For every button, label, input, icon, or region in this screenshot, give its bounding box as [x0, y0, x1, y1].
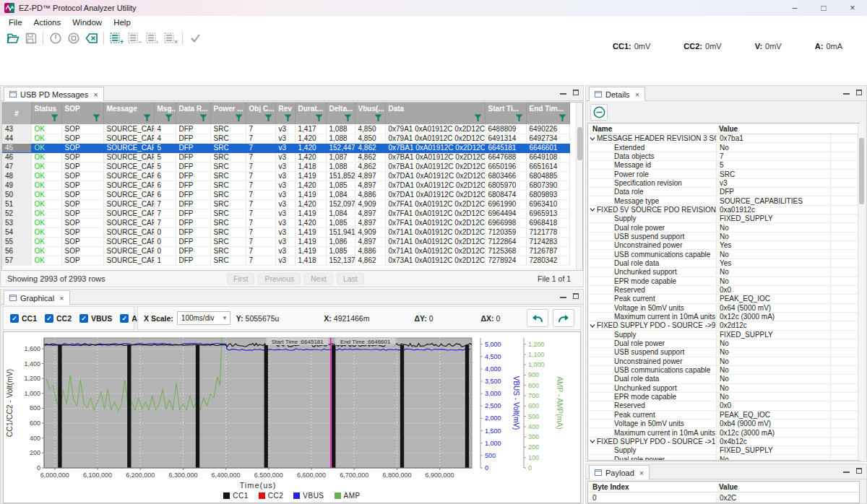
detail-row[interactable]: ExtendedNo — [588, 143, 859, 152]
column-filter[interactable] — [295, 114, 326, 124]
tab-details[interactable]: Details × — [589, 87, 645, 101]
message-row[interactable]: 57OKSOPSOURCE_CAPA...1DFPSRC7v31,418152,… — [2, 256, 569, 265]
message-row[interactable]: 43OKSOPSOURCE_CAPA...4DFPSRC7v31,4171,08… — [2, 124, 569, 134]
column-header[interactable]: Data — [385, 103, 485, 114]
column-filter[interactable] — [275, 114, 295, 124]
start-capture-button[interactable] — [46, 30, 64, 46]
stop-capture-button[interactable] — [64, 30, 82, 46]
chevron-down-icon[interactable] — [588, 438, 597, 444]
page-last-button[interactable]: Last — [337, 273, 364, 284]
column-filter[interactable] — [246, 114, 275, 124]
filter-funnel-icon[interactable] — [235, 114, 243, 122]
details-name-column-header[interactable]: Name — [588, 125, 716, 133]
filter-funnel-icon[interactable] — [143, 114, 151, 122]
message-row[interactable]: 55OKSOPSOURCE_CAPA...0DFPSRC7v31,4191,08… — [2, 237, 569, 246]
detail-row[interactable]: SupplyFIXED_SUPPLY — [588, 214, 859, 223]
detail-row[interactable]: Dual role dataNo — [588, 375, 859, 383]
filter-funnel-icon[interactable] — [558, 114, 566, 122]
column-filter[interactable] — [154, 114, 176, 124]
chevron-down-icon[interactable] — [588, 207, 597, 212]
detail-row[interactable]: Voltage in 50mV units0xb4 (9000 mV) — [588, 420, 859, 428]
message-row[interactable]: 44OKSOPSOURCE_CAPA...4DFPSRC7v31,4201,08… — [2, 134, 569, 143]
filter-funnel-icon[interactable] — [199, 114, 207, 122]
column-header[interactable]: Vbus(... — [355, 103, 385, 114]
column-header[interactable]: # — [2, 103, 31, 124]
tab-usb-pd-messages[interactable]: USB PD Messages × — [4, 87, 104, 101]
checkbox-checked-icon[interactable]: ✓ — [45, 314, 53, 323]
window-maximize-button[interactable]: □ — [809, 0, 838, 16]
column-header[interactable]: Delta... — [326, 103, 355, 114]
detail-row[interactable]: Unchunked supportNo — [588, 384, 859, 393]
detail-row[interactable]: Unconstrained powerYes — [588, 241, 859, 250]
message-row[interactable]: 49OKSOPSOURCE_CAPA...6DFPSRC7v31,4201,08… — [2, 181, 569, 190]
detail-row[interactable]: Unchunked supportNo — [588, 268, 859, 277]
remove-trace-button[interactable]: − — [125, 30, 143, 46]
panel-maximize-icon[interactable] — [573, 90, 579, 95]
tab-close-icon[interactable]: × — [635, 90, 639, 99]
detail-row[interactable]: Data roleDFP — [588, 188, 859, 196]
filter-funnel-icon[interactable] — [92, 114, 100, 122]
waveform-svg[interactable]: Start Time :6645181End Time :66466010200… — [4, 332, 579, 491]
column-header[interactable]: Power ... — [210, 103, 246, 114]
column-filter[interactable] — [61, 114, 103, 124]
detail-row[interactable]: USB communications capableNo — [588, 366, 859, 375]
clear-data-button[interactable] — [82, 30, 100, 46]
message-row[interactable]: 52OKSOPSOURCE_CAPA...7DFPSRC7v31,4191,08… — [2, 209, 569, 218]
collapse-all-button[interactable] — [590, 104, 608, 121]
details-scrollbar[interactable] — [858, 123, 864, 460]
column-header[interactable]: Obj C... — [246, 103, 275, 114]
details-scrollbar-thumb[interactable] — [859, 138, 864, 204]
detail-row[interactable]: Voltage in 50mV units0x64 (5000 mV) — [588, 304, 859, 313]
detail-row[interactable]: Maximum current in 10mA units0x12c (3000… — [588, 428, 859, 437]
detail-row[interactable]: Dual role powerNo — [588, 223, 859, 232]
detail-row[interactable]: FIXED SUPPLY PDO - SOURCE ->15000 mV, 30… — [588, 438, 859, 446]
panel-maximize-icon[interactable] — [856, 468, 862, 474]
column-filter[interactable] — [176, 114, 210, 124]
export-trace-button[interactable]: › — [143, 30, 161, 46]
filter-funnel-icon[interactable] — [284, 114, 292, 122]
channel-toggle-vbus[interactable]: ✓VBUS — [79, 314, 112, 323]
detail-row[interactable]: Dual role powerNo — [588, 339, 859, 348]
column-filter[interactable] — [31, 114, 61, 124]
column-filter[interactable] — [355, 114, 385, 124]
detail-row[interactable]: USB communications capableNo — [588, 250, 859, 258]
payload-value-header[interactable]: Value — [716, 483, 738, 491]
detail-row[interactable]: Message id5 — [588, 161, 859, 170]
tab-graphical[interactable]: Graphical × — [4, 290, 70, 305]
add-trace-button[interactable]: + — [107, 30, 125, 46]
column-header[interactable]: Status — [31, 103, 61, 114]
apply-button[interactable] — [186, 30, 204, 46]
panel-minimize-icon[interactable] — [843, 90, 850, 95]
message-row[interactable]: 50OKSOPSOURCE_CAPA...6DFPSRC7v31,4191,08… — [2, 190, 569, 199]
checkbox-checked-icon[interactable]: ✓ — [10, 314, 19, 323]
detail-row[interactable]: Maximum current in 10mA units0x12c (3000… — [588, 313, 859, 321]
page-next-button[interactable]: Next — [304, 273, 333, 284]
detail-row[interactable]: Message typeSOURCE_CAPABILITIES — [588, 196, 859, 205]
filter-funnel-icon[interactable] — [51, 114, 59, 122]
detail-row[interactable]: Unconstrained powerNo — [588, 357, 859, 366]
column-header[interactable]: Rev — [275, 103, 295, 114]
column-filter[interactable] — [526, 114, 569, 124]
tab-close-icon[interactable]: × — [59, 294, 64, 303]
filter-funnel-icon[interactable] — [474, 114, 482, 122]
channel-toggle-cc2[interactable]: ✓CC2 — [45, 314, 72, 323]
detail-row[interactable]: USB suspend supportNo — [588, 233, 859, 241]
column-header[interactable]: SOP — [61, 103, 103, 114]
menu-window[interactable]: Window — [66, 18, 108, 27]
column-header[interactable]: Msg... — [154, 103, 176, 114]
waveform-chart[interactable]: Start Time :6645181End Time :66466010200… — [3, 331, 581, 503]
x-scale-dropdown[interactable]: 100ms/div ▼ — [177, 311, 230, 325]
column-filter[interactable] — [210, 114, 246, 124]
menu-help[interactable]: Help — [108, 18, 137, 27]
detail-row[interactable]: EPR mode capableNo — [588, 393, 859, 401]
filter-funnel-icon[interactable] — [264, 114, 272, 122]
details-value-column-header[interactable]: Value — [716, 125, 738, 133]
message-row[interactable]: 45OKSOPSOURCE_CAPA...5DFPSRC7v31,420152,… — [2, 143, 569, 152]
detail-row[interactable]: Power roleSRC — [588, 170, 859, 178]
payload-byte-index-header[interactable]: Byte Index — [588, 483, 716, 491]
panel-maximize-icon[interactable] — [573, 293, 579, 299]
detail-row[interactable]: FIXED SUPPLY PDO - SOURCE ->9000 mV, 300… — [588, 321, 859, 330]
filter-funnel-icon[interactable] — [315, 114, 323, 122]
detail-row[interactable]: Reserved0x0 — [588, 286, 859, 295]
detail-row[interactable]: EPR mode capableNo — [588, 277, 859, 286]
